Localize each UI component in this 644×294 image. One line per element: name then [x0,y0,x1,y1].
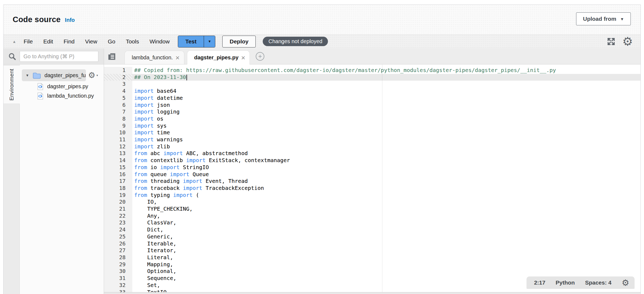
card-header: Code source Info Upload from ▼ [4,5,640,35]
code-text: import json [132,102,640,109]
code-line[interactable]: 9import sys [104,122,640,129]
plus-icon: + [258,53,262,60]
code-line[interactable]: 17from threading import Event, Thread [104,178,640,185]
code-line[interactable]: 1## Copied from: https://raw.githubuserc… [104,67,640,74]
code-line[interactable]: 22 Any, [104,213,640,220]
line-number: 15 [104,164,132,171]
code-line[interactable]: 27 Iterator, [104,247,640,254]
code-line[interactable]: 24 Dict, [104,226,640,233]
code-line[interactable]: 6import json [104,102,640,109]
collapse-panel-icon[interactable]: ▲ [12,39,16,44]
code-text: from io import StringIO [132,164,640,171]
line-number: 12 [104,143,132,150]
code-text: Dict, [132,226,640,233]
search-icon [8,52,16,61]
expander-down-icon[interactable]: ▼ [26,73,29,77]
goto-anything-input[interactable] [20,51,98,62]
tab-lambda-function[interactable]: lambda_function. × [124,51,184,64]
menu-window[interactable]: Window [150,38,170,45]
code-line[interactable]: 11import warnings [104,136,640,143]
code-line[interactable]: 15from io import StringIO [104,164,640,171]
page-title: Code source [13,15,61,24]
info-link[interactable]: Info [65,17,75,23]
menu-find[interactable]: Find [64,38,75,45]
tree-file-dagster-pipes[interactable]: dagster_pipes.py [20,82,104,91]
code-line[interactable]: 4import base64 [104,88,640,95]
new-tab-button[interactable]: + [256,52,264,61]
tab-label: dagster_pipes.py [194,54,239,61]
code-line[interactable]: 2## On 2023-11-30 [104,74,640,81]
code-line[interactable]: 16from queue import Queue [104,171,640,178]
ide-settings-gear-icon[interactable]: ⚙ [622,36,633,47]
line-number: 31 [104,275,132,282]
menu-tools[interactable]: Tools [126,38,139,45]
code-line[interactable]: 13from abc import ABC, abstractmethod [104,150,640,157]
code-line[interactable]: 7import logging [104,108,640,115]
test-dropdown-button[interactable]: ▼ [204,36,215,47]
code-source-card: Code source Info Upload from ▼ ▲ File Ed… [3,4,641,294]
line-number: 18 [104,185,132,192]
code-line[interactable]: 30 Optional, [104,268,640,275]
tree-folder-row: ▼ dagster_pipes_funct ⚙ ▾ [22,69,104,81]
code-line[interactable]: 10import time [104,129,640,136]
test-button[interactable]: Test [178,36,204,47]
code-line[interactable]: 14from contextlib import ExitStack, cont… [104,157,640,164]
line-number: 27 [104,247,132,254]
cursor-position[interactable]: 2:17 [534,279,545,286]
tree-file-lambda-function[interactable]: lambda_function.py [20,91,104,101]
ide-content: Environment ▼ dagster_pipes_funct [4,49,640,294]
code-text: Iterable, [132,240,640,247]
line-number: 3 [104,81,132,88]
language-mode[interactable]: Python [556,279,575,286]
code-line[interactable]: 21 TYPE_CHECKING, [104,206,640,213]
code-line[interactable]: 29 Mapping, [104,261,640,268]
environment-tab[interactable]: Environment [4,65,20,104]
line-number: 20 [104,199,132,206]
code-text: Any, [132,213,640,220]
editor-settings-gear-icon[interactable]: ⚙ [622,279,629,287]
deploy-button[interactable]: Deploy [222,36,256,47]
line-number: 29 [104,261,132,268]
indentation-setting[interactable]: Spaces: 4 [585,279,611,286]
code-line[interactable]: 12import zlib [104,143,640,150]
code-line[interactable]: 33 TextIO [104,289,640,292]
tab-bar: lambda_function. × dagster_pipes.py × + [104,49,640,64]
tree-settings-button[interactable]: ⚙ ▾ [88,71,98,79]
code-text: Optional, [132,268,640,275]
menu-items: File Edit Find View Go Tools Window [24,38,170,45]
upload-from-button[interactable]: Upload from ▼ [576,12,631,25]
line-number: 24 [104,226,132,233]
code-editor[interactable]: 1## Copied from: https://raw.githubuserc… [104,64,640,292]
fullscreen-icon[interactable] [606,37,616,46]
close-icon[interactable]: × [175,54,179,61]
code-line[interactable]: 18from traceback import TracebackExcepti… [104,185,640,192]
code-line[interactable]: 5import datetime [104,95,640,102]
code-line[interactable]: 28 Literal, [104,254,640,261]
code-text: from traceback import TracebackException [132,185,640,192]
line-number: 33 [104,289,132,292]
code-text: Generic, [132,233,640,240]
close-icon[interactable]: × [241,54,245,61]
menu-bar: ▲ File Edit Find View Go Tools Window Te… [4,35,640,48]
code-line[interactable]: 19from typing import ( [104,192,640,199]
code-text: from threading import Event, Thread [132,178,640,185]
code-line[interactable]: 25 Generic, [104,233,640,240]
code-line[interactable]: 3 [104,81,640,88]
tab-list-icon[interactable] [107,52,116,61]
bottom-panel-divider[interactable] [104,292,640,294]
menu-view[interactable]: View [85,38,97,45]
code-line[interactable]: 8import os [104,115,640,122]
line-number: 16 [104,171,132,178]
menu-file[interactable]: File [24,38,33,45]
menu-go[interactable]: Go [108,38,115,45]
code-text: from queue import Queue [132,171,640,178]
code-text [132,81,640,88]
code-line[interactable]: 26 Iterable, [104,240,640,247]
sidebar: Environment ▼ dagster_pipes_funct [4,49,104,294]
code-line[interactable]: 20 IO, [104,199,640,206]
menu-edit[interactable]: Edit [43,38,53,45]
code-text: Literal, [132,254,640,261]
code-line[interactable]: 23 ClassVar, [104,219,640,226]
tab-dagster-pipes[interactable]: dagster_pipes.py × [187,50,250,64]
folder-dagster-pipes-function[interactable]: ▼ dagster_pipes_funct [22,69,86,81]
